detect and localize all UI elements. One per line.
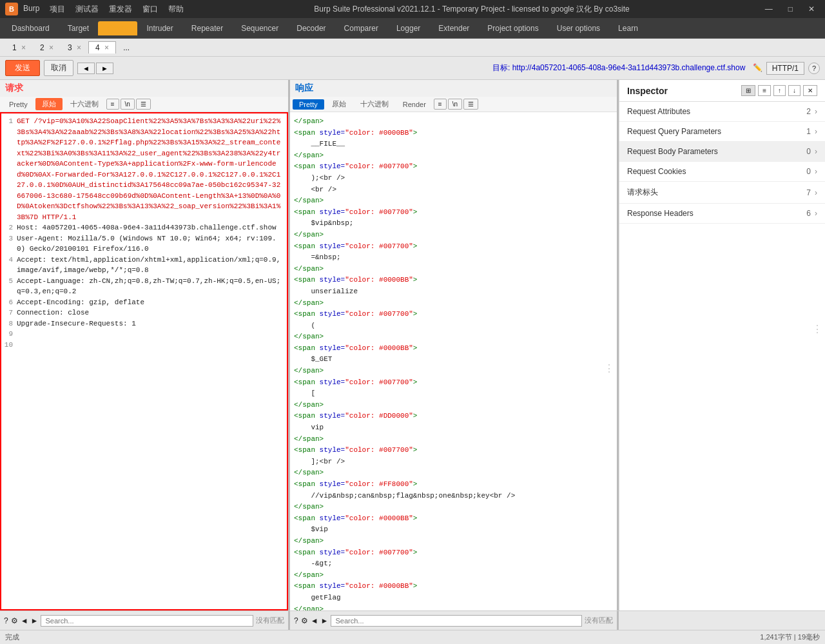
nav-tab-project-options[interactable]: Project options	[478, 21, 547, 35]
inspector-view-grid[interactable]: ⊞	[741, 85, 755, 96]
nav-tab-repeater[interactable]: Repeater	[182, 21, 232, 35]
inspector-row-response-headers[interactable]: Response Headers 6 ›	[619, 204, 825, 224]
inspector-sort-desc[interactable]: ↓	[788, 85, 801, 96]
main-content: 请求 Pretty 原始 十六进制 ≡ \n ☰ 1 GET /?vip=0%3…	[0, 80, 825, 610]
bottom-left-bar: ? ⚙ ◄ ► 没有匹配	[0, 611, 290, 630]
nav-tab-dashboard[interactable]: Dashboard	[3, 21, 59, 35]
menu-resender[interactable]: 重发器	[109, 4, 132, 15]
nav-tab-target[interactable]: Target	[59, 21, 98, 35]
request-no-match-label: 没有匹配	[256, 616, 284, 625]
nav-tab-proxy[interactable]: Proxy	[98, 21, 137, 35]
resp-tab-icon1[interactable]: ≡	[434, 99, 447, 110]
inspector-row-request-attributes[interactable]: Request Attributes 2 ›	[619, 102, 825, 122]
menu-project[interactable]: 项目	[50, 4, 65, 15]
resp-tab-pretty[interactable]: Pretty	[293, 99, 324, 110]
inspector-label-body-params: Request Body Parameters	[627, 147, 718, 156]
inspector-view-list[interactable]: ≡	[758, 85, 771, 96]
sub-tab-4[interactable]: 4 ×	[88, 41, 116, 54]
resp-tab-hex[interactable]: 十六进制	[354, 98, 395, 110]
inspector-row-query-params[interactable]: Request Query Parameters 1 ›	[619, 122, 825, 142]
inspector-arrow-4: ›	[815, 188, 817, 197]
nav-tab-comparer[interactable]: Comparer	[335, 21, 387, 35]
resp-tab-icon3[interactable]: ☰	[463, 99, 478, 110]
bottom-left-nav-fwd[interactable]: ►	[31, 616, 39, 625]
nav-tab-decoder[interactable]: Decoder	[287, 21, 335, 35]
nav-back-button[interactable]: ◄	[77, 63, 95, 74]
req-tab-hex[interactable]: 十六进制	[64, 98, 105, 110]
menu-test[interactable]: 测试器	[75, 4, 99, 15]
inspector-row-cookies[interactable]: Request Cookies 0 ›	[619, 162, 825, 182]
bottom-right-help-icon[interactable]: ?	[294, 616, 298, 625]
request-line-content-5: Accept-Language: zh-CN,zh;q=0.8,zh-TW;q=…	[17, 276, 284, 297]
sub-tab-1[interactable]: 1 ×	[5, 41, 33, 54]
req-tab-icon2[interactable]: \n	[121, 99, 135, 110]
request-code-area[interactable]: 1 GET /?vip=0%3A10%3A22SoapClient%22%3A5…	[0, 112, 288, 610]
menu-burp[interactable]: Burp	[23, 4, 39, 15]
nav-tab-intruder[interactable]: Intruder	[137, 21, 182, 35]
minimize-button[interactable]: —	[760, 3, 778, 15]
line-num-1: 1	[4, 116, 13, 222]
response-resize-handle[interactable]: ⋮	[604, 362, 614, 378]
nav-tab-extender[interactable]: Extender	[429, 21, 478, 35]
inspector-count-cookies: 0	[806, 167, 811, 176]
bottom-left-nav-back[interactable]: ◄	[21, 616, 28, 625]
request-line-content-7: Connection: close	[17, 307, 89, 318]
help-button[interactable]: ?	[808, 63, 820, 74]
bottom-left-settings-icon[interactable]: ⚙	[11, 616, 18, 625]
http-version-selector[interactable]: HTTP/1	[766, 62, 804, 75]
status-bar: 完成 1,241字节 | 19毫秒	[0, 630, 825, 644]
menu-help[interactable]: 帮助	[168, 4, 184, 15]
line-num-5: 5	[4, 276, 13, 297]
nav-tab-user-options[interactable]: User options	[548, 21, 609, 35]
bottom-right-nav-back[interactable]: ◄	[311, 616, 318, 625]
close-button[interactable]: ✕	[803, 3, 820, 15]
request-line-5: 5 Accept-Language: zh-CN,zh;q=0.8,zh-TW;…	[4, 276, 284, 297]
inspector-close[interactable]: ✕	[803, 85, 817, 96]
request-line-content-2: Host: 4a057201-4065-408a-96e4-3a11d44397…	[17, 222, 277, 233]
edit-icon[interactable]: ✏️	[753, 63, 762, 72]
inspector-row-right-0: 2 ›	[806, 107, 817, 116]
send-button[interactable]: 发送	[5, 60, 40, 76]
cancel-button[interactable]: 取消	[44, 60, 73, 76]
bottom-left-help-icon[interactable]: ?	[4, 616, 8, 625]
inspector-header: Inspector ⊞ ≡ ↑ ↓ ✕	[619, 80, 825, 102]
bottom-bar: ? ⚙ ◄ ► 没有匹配 ? ⚙ ◄ ► 没有匹配	[0, 610, 825, 630]
inspector-label-cookies: Request Cookies	[627, 167, 686, 176]
response-no-match-label: 没有匹配	[585, 616, 613, 625]
nav-forward-button[interactable]: ►	[96, 63, 113, 74]
req-tab-pretty[interactable]: Pretty	[3, 99, 34, 110]
inspector-panel: Inspector ⊞ ≡ ↑ ↓ ✕ Request Attributes 2…	[619, 80, 825, 610]
resp-tab-render[interactable]: Render	[396, 99, 432, 110]
inspector-row-body-params[interactable]: Request Body Parameters 0 ›	[619, 142, 825, 162]
inspector-arrow-3: ›	[815, 167, 817, 176]
nav-tab-logger[interactable]: Logger	[387, 21, 429, 35]
nav-tab-sequencer[interactable]: Sequencer	[232, 21, 287, 35]
nav-tab-learn[interactable]: Learn	[609, 21, 647, 35]
target-url-link[interactable]: http://4a057201-4065-408a-96e4-3a11d4439…	[512, 63, 746, 72]
req-tab-raw[interactable]: 原始	[35, 98, 63, 110]
inspector-row-right-3: 0 ›	[806, 167, 817, 176]
request-line-8: 8 Upgrade-Insecure-Requests: 1	[4, 318, 284, 329]
inspector-count-body-params: 0	[806, 147, 811, 156]
req-tab-icon1[interactable]: ≡	[106, 99, 119, 110]
sub-tab-2[interactable]: 2 ×	[33, 41, 61, 54]
inspector-row-request-headers[interactable]: 请求标头 7 ›	[619, 182, 825, 204]
titlebar: B Burp 项目 测试器 重发器 窗口 帮助 Burp Suite Profe…	[0, 0, 825, 18]
bottom-right-nav-fwd[interactable]: ►	[321, 616, 329, 625]
sub-tab-3[interactable]: 3 ×	[61, 41, 88, 54]
resp-tab-raw[interactable]: 原始	[325, 98, 353, 110]
inspector-count-response-headers: 6	[806, 209, 811, 218]
inspector-sort-asc[interactable]: ↑	[773, 85, 786, 96]
response-code-area[interactable]: </span> <span style="color: #0000BB"> __…	[290, 112, 617, 610]
maximize-button[interactable]: □	[783, 3, 798, 15]
resp-tab-icon2[interactable]: \n	[448, 99, 462, 110]
request-line-7: 7 Connection: close	[4, 307, 284, 318]
line-num-8: 8	[4, 318, 13, 329]
sub-tab-more[interactable]: ...	[116, 41, 137, 54]
menu-window[interactable]: 窗口	[142, 4, 158, 15]
request-search-input[interactable]	[41, 615, 253, 627]
line-num-3: 3	[4, 233, 13, 255]
bottom-right-settings-icon[interactable]: ⚙	[301, 616, 308, 625]
response-search-input[interactable]	[331, 615, 582, 627]
req-tab-icon3[interactable]: ☰	[136, 99, 151, 110]
